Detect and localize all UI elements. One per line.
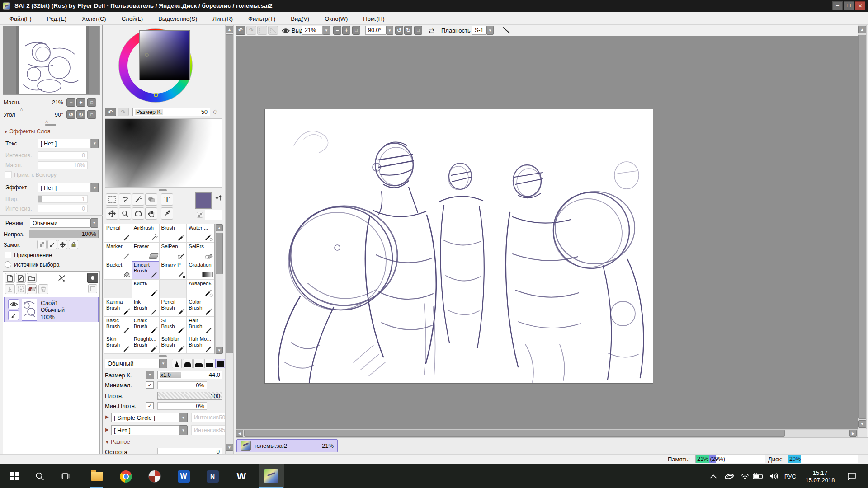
tool-panel-scroll-up[interactable]: ▲ xyxy=(226,26,233,33)
brush-cell-karima-brush[interactable]: KarimaBrush xyxy=(104,298,132,317)
taskbar-word-button[interactable]: W xyxy=(172,464,195,488)
canvas-scroll-down[interactable]: ▼ xyxy=(858,420,866,428)
canvas-zoom-dropdown-arrow-icon[interactable] xyxy=(323,26,330,35)
close-button[interactable]: ✕ xyxy=(855,1,865,10)
brush-grid-scrollbar-thumb[interactable] xyxy=(216,233,223,274)
smoothing-dropdown-arrow-icon[interactable] xyxy=(486,26,494,35)
apply-vector-checkbox[interactable] xyxy=(5,171,12,178)
tray-clock-button[interactable]: 15:17 15.07.2018 xyxy=(799,464,841,488)
brush-mode-dropdown-arrow-icon[interactable] xyxy=(159,359,167,368)
tray-expand-button[interactable] xyxy=(707,464,720,488)
zoom-out-button[interactable]: − xyxy=(66,98,75,107)
brush-size-slider[interactable]: Размер К. 50 xyxy=(132,108,210,116)
menu-item-7[interactable]: Вид(V) xyxy=(283,15,317,22)
texture-intensity-field[interactable]: Интенсив95 xyxy=(191,425,227,435)
new-vector-layer-button[interactable] xyxy=(16,273,26,283)
tray-battery-button[interactable] xyxy=(750,464,766,488)
layer-extra-button[interactable] xyxy=(88,284,97,293)
canvas-hscrollbar-thumb[interactable] xyxy=(244,430,785,437)
transparent-color-button[interactable] xyxy=(197,212,203,218)
effect-dropdown-arrow-icon[interactable] xyxy=(91,183,99,192)
rotate-reset-button[interactable]: □ xyxy=(87,110,96,119)
intensity2-field[interactable]: 0 xyxy=(38,205,88,212)
brush-cell-binary-p[interactable]: Binary P xyxy=(160,261,187,280)
search-button[interactable] xyxy=(30,464,50,488)
panel-resize-handle[interactable] xyxy=(159,355,167,357)
sv-marker[interactable] xyxy=(145,53,149,57)
lock-draw-button[interactable] xyxy=(47,240,57,249)
panel-resize-handle[interactable] xyxy=(159,189,167,191)
size-unit-dropdown[interactable] xyxy=(146,371,154,379)
selection-source-radio[interactable] xyxy=(5,261,11,268)
width-field[interactable]: 1 xyxy=(38,195,88,203)
nav-scale-slider[interactable] xyxy=(4,107,64,107)
brush-cell-basic-brush[interactable]: BasicBrush xyxy=(104,317,132,335)
size-slider[interactable]: x1.0 44.0 xyxy=(157,371,222,379)
layer-effects-header[interactable]: Эффекты Слоя xyxy=(4,128,50,135)
blend-mode-dropdown-arrow-icon[interactable] xyxy=(90,218,98,228)
brush-grid-scroll-down[interactable]: ▼ xyxy=(216,347,223,354)
brush-cell-chalk-brush[interactable]: ChalkBrush xyxy=(132,317,160,335)
minimize-button[interactable]: – xyxy=(832,1,843,10)
texture-expander-icon[interactable]: ▶ xyxy=(105,427,109,432)
canvas-rotate-cw-button[interactable]: ↻ xyxy=(404,26,412,35)
canvas-viewport[interactable] xyxy=(236,36,858,429)
layer-draw-mode-button[interactable] xyxy=(8,310,19,320)
maximize-button[interactable]: ❐ xyxy=(844,1,854,10)
copy-selection-button[interactable] xyxy=(16,284,26,294)
brush-size-unit-icon[interactable]: ◇ xyxy=(213,108,217,115)
sharpness-field[interactable]: 0 xyxy=(157,448,222,454)
canvas-angle-dropdown-arrow-icon[interactable] xyxy=(386,26,393,35)
min-density-field[interactable]: 0% xyxy=(157,402,207,410)
brush-cell-lineart-brush[interactable]: LineartBrush xyxy=(132,261,160,280)
layer-row-selected[interactable]: Слой1 Обычный 100% xyxy=(4,297,99,322)
clear-layer-button[interactable] xyxy=(27,284,37,294)
blend-mode-dropdown[interactable]: Обычный xyxy=(30,218,90,228)
menu-item-6[interactable]: Фильтр(T) xyxy=(241,15,283,22)
secondary-color-swatch[interactable] xyxy=(205,210,222,220)
navigator-preview[interactable] xyxy=(3,26,100,95)
canvas-vscrollbar-thumb[interactable] xyxy=(858,35,866,419)
rotate-ccw-button[interactable]: ↺ xyxy=(66,110,75,119)
brush-cell-color-brush[interactable]: ColorBrush xyxy=(187,298,214,317)
brush-cell-кисть[interactable]: Кисть xyxy=(132,280,160,298)
brush-cell-selers[interactable]: SelErs xyxy=(187,243,214,261)
menu-item-9[interactable]: Пом.(H) xyxy=(355,15,392,22)
menu-item-4[interactable]: Выделение(S) xyxy=(151,15,205,22)
start-button[interactable] xyxy=(5,464,24,488)
rotate-cw-button[interactable]: ↻ xyxy=(76,110,85,119)
brush-cell-airbrush[interactable]: AirBrush xyxy=(132,224,160,243)
brush-cell-selpen[interactable]: SelPen xyxy=(160,243,187,261)
reselect-button[interactable] xyxy=(268,26,278,35)
rect-select-tool[interactable] xyxy=(106,193,118,206)
brush-cell-gradation[interactable]: Gradation xyxy=(187,261,214,280)
zoom-tool[interactable] xyxy=(119,207,131,220)
canvas-page[interactable] xyxy=(264,109,653,384)
brush-texture-dropdown[interactable]: [ Нет ] xyxy=(111,425,179,435)
shape-intensity-field[interactable]: Интенсив50 xyxy=(191,413,227,422)
tray-volume-button[interactable] xyxy=(766,464,781,488)
brush-grid-scroll-up[interactable]: ▲ xyxy=(216,224,223,231)
nav-scale-slider-marker[interactable]: △ xyxy=(20,107,23,112)
eyedropper-tool[interactable] xyxy=(161,207,173,220)
minimal-field[interactable]: 0% xyxy=(157,381,207,389)
brush-cell-marker[interactable]: Marker xyxy=(104,243,132,261)
brush-cell-hair-mo-brush[interactable]: Hair Mo...Brush xyxy=(187,335,214,354)
tray-language-button[interactable]: РУС xyxy=(781,464,799,488)
tool-panel-scroll-down[interactable]: ▼ xyxy=(226,444,233,451)
canvas-zoom-reset-button[interactable]: □ xyxy=(352,26,360,35)
swap-colors-button[interactable] xyxy=(215,193,222,202)
nav-angle-slider-marker[interactable]: △ xyxy=(45,119,48,124)
canvas-rotate-ccw-button[interactable]: ↺ xyxy=(395,26,403,35)
minimal-checkbox[interactable]: ✓ xyxy=(146,381,154,389)
taskbar-waterfox-button[interactable]: W xyxy=(230,464,253,488)
action-center-button[interactable] xyxy=(842,464,862,488)
brush-cell-pencil-brush[interactable]: PencilBrush xyxy=(160,298,187,317)
brush-shape-dropdown-arrow-icon[interactable] xyxy=(179,413,188,422)
rotate-view-tool[interactable] xyxy=(132,207,144,220)
tool-panel-scrollbar-thumb[interactable] xyxy=(226,34,233,353)
taskbar-app3-button[interactable] xyxy=(143,464,166,488)
misc-header[interactable]: Разное xyxy=(105,438,130,445)
menu-item-1[interactable]: Ред.(E) xyxy=(39,15,75,22)
new-layer-button[interactable] xyxy=(5,273,15,283)
